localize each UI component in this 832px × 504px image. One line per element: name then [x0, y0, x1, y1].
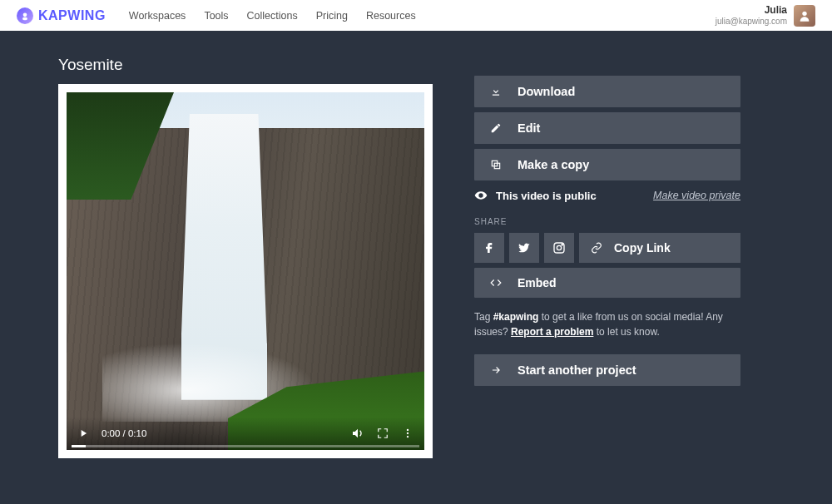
facebook-icon — [483, 241, 496, 254]
nav-collections[interactable]: Collections — [247, 10, 298, 22]
download-label: Download — [518, 85, 575, 98]
project-title: Yosemite — [58, 56, 433, 74]
main-nav: Workspaces Tools Collections Pricing Res… — [129, 10, 416, 22]
copy-link-button[interactable]: Copy Link — [579, 233, 740, 263]
svg-rect-1 — [22, 17, 27, 20]
edit-button[interactable]: Edit — [474, 112, 740, 144]
embed-label: Embed — [518, 276, 557, 289]
progress-bar[interactable] — [72, 445, 419, 447]
svg-point-3 — [407, 429, 409, 431]
user-menu[interactable]: Julia julia@kapwing.com — [716, 5, 815, 27]
facebook-button[interactable] — [474, 233, 504, 263]
svg-point-5 — [407, 436, 409, 437]
visibility-text: This video is public — [496, 190, 597, 202]
brand-logo[interactable]: KAPWING — [17, 7, 106, 24]
user-avatar — [794, 5, 815, 27]
visibility-row: This video is public Make video private — [474, 189, 740, 202]
share-label: SHARE — [474, 217, 740, 226]
twitter-icon — [518, 241, 531, 254]
svg-point-8 — [480, 195, 483, 197]
video-thumbnail — [67, 92, 424, 450]
edit-icon — [489, 122, 503, 134]
right-panel: Download Edit Make a copy This video is … — [474, 56, 740, 458]
edit-label: Edit — [518, 121, 540, 135]
play-icon[interactable] — [77, 427, 90, 440]
nav-pricing[interactable]: Pricing — [316, 10, 348, 22]
make-copy-label: Make a copy — [518, 158, 589, 171]
instagram-icon — [552, 241, 566, 254]
link-icon — [591, 242, 602, 254]
tagline-suffix: to let us know. — [593, 326, 659, 338]
twitter-button[interactable] — [509, 233, 539, 263]
video-frame: 0:00 / 0:10 — [58, 84, 433, 458]
brand-name: KAPWING — [38, 8, 106, 23]
arrow-right-icon — [489, 364, 503, 376]
svg-point-11 — [562, 245, 562, 245]
make-private-link[interactable]: Make video private — [653, 190, 740, 201]
top-header: KAPWING Workspaces Tools Collections Pri… — [0, 0, 832, 31]
nav-workspaces[interactable]: Workspaces — [129, 10, 186, 22]
kapwing-logo-icon — [17, 7, 33, 24]
nav-resources[interactable]: Resources — [366, 10, 416, 22]
svg-point-2 — [802, 11, 806, 15]
nav-tools[interactable]: Tools — [204, 10, 228, 22]
copy-link-label: Copy Link — [614, 241, 671, 254]
copy-icon — [489, 159, 503, 170]
fullscreen-icon[interactable] — [376, 427, 389, 440]
start-another-label: Start another project — [518, 363, 636, 377]
main-content: Yosemite 0:00 / 0:10 — [0, 31, 832, 458]
instagram-button[interactable] — [544, 233, 574, 263]
video-time: 0:00 / 0:10 — [102, 428, 146, 438]
start-another-button[interactable]: Start another project — [474, 354, 740, 386]
svg-point-0 — [23, 12, 27, 17]
user-email: julia@kapwing.com — [716, 17, 787, 26]
eye-icon — [474, 189, 488, 202]
tagline: Tag #kapwing to get a like from us on so… — [474, 309, 740, 339]
report-problem-link[interactable]: Report a problem — [511, 326, 593, 338]
make-copy-button[interactable]: Make a copy — [474, 149, 740, 180]
tagline-prefix: Tag — [474, 311, 493, 323]
user-info: Julia julia@kapwing.com — [716, 5, 787, 25]
more-icon[interactable] — [401, 427, 414, 440]
embed-button[interactable]: Embed — [474, 268, 740, 298]
volume-icon[interactable] — [351, 427, 364, 440]
video-controls: 0:00 / 0:10 — [67, 417, 424, 450]
svg-point-10 — [557, 245, 561, 250]
user-name: Julia — [716, 5, 787, 16]
left-column: Yosemite 0:00 / 0:10 — [58, 56, 433, 458]
download-icon — [489, 86, 503, 97]
share-row: Copy Link — [474, 233, 740, 263]
svg-point-4 — [407, 432, 409, 434]
embed-icon — [489, 277, 503, 289]
download-button[interactable]: Download — [474, 76, 740, 107]
video-player[interactable]: 0:00 / 0:10 — [67, 92, 424, 450]
tagline-hashtag: #kapwing — [493, 311, 539, 323]
